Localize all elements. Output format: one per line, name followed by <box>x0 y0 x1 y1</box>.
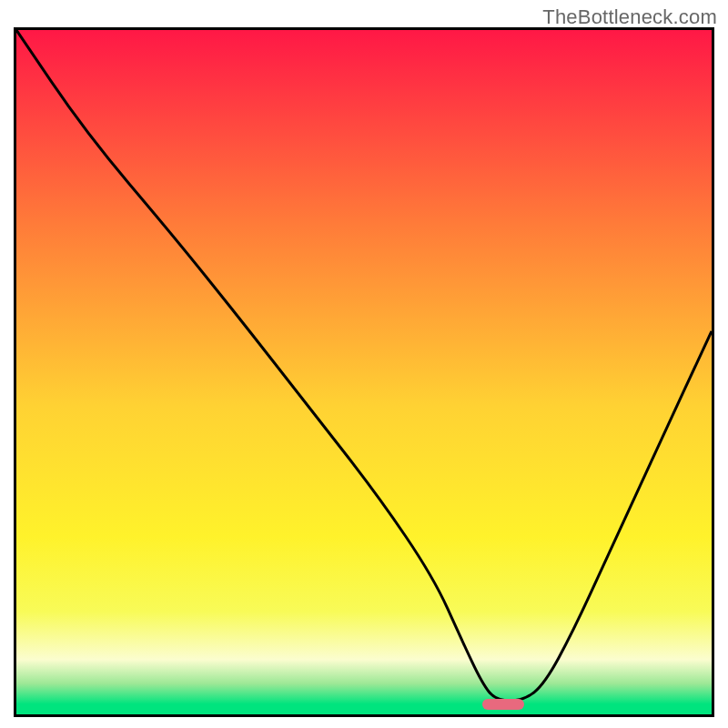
attribution-text: TheBottleneck.com <box>542 5 717 29</box>
curve-path <box>16 30 712 701</box>
bottleneck-chart <box>14 27 714 717</box>
bottleneck-curve <box>16 30 712 714</box>
optimal-zone-marker <box>482 699 524 710</box>
